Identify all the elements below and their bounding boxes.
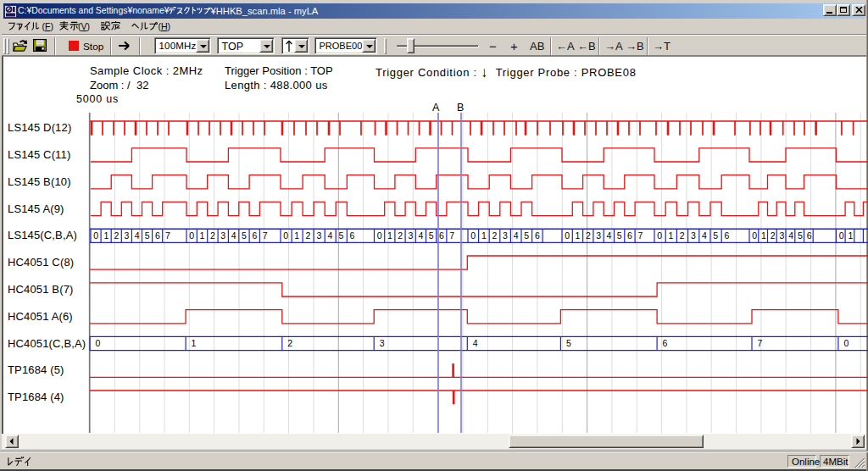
svg-text:1: 1: [200, 230, 205, 241]
svg-text:0: 0: [93, 230, 98, 241]
svg-text:5: 5: [524, 230, 529, 241]
svg-text:2: 2: [586, 230, 591, 241]
svg-text:3: 3: [380, 338, 385, 348]
svg-text:6: 6: [350, 230, 355, 241]
svg-text:4: 4: [473, 338, 478, 348]
svg-text:1: 1: [848, 230, 853, 241]
svg-text:HC4051(C,B,A): HC4051(C,B,A): [8, 337, 86, 350]
svg-text:4: 4: [702, 230, 707, 241]
svg-text:0: 0: [377, 230, 382, 241]
svg-text:5: 5: [798, 230, 803, 241]
svg-text:5: 5: [713, 230, 718, 241]
svg-text:3: 3: [125, 230, 130, 241]
svg-text:7: 7: [449, 230, 454, 241]
svg-text:5: 5: [617, 230, 622, 241]
svg-text:3: 3: [780, 230, 785, 241]
svg-text:TP1684 (4): TP1684 (4): [8, 391, 64, 403]
svg-text:6: 6: [439, 230, 444, 241]
svg-text:3: 3: [691, 230, 696, 241]
svg-text:4: 4: [135, 230, 140, 241]
svg-text:4: 4: [606, 230, 611, 241]
svg-text:1: 1: [294, 230, 299, 241]
svg-text:6: 6: [155, 230, 160, 241]
svg-text:LS145 A(9): LS145 A(9): [8, 202, 64, 215]
svg-text:3: 3: [503, 230, 508, 241]
svg-text:2: 2: [398, 230, 403, 241]
svg-text:LS145 C(11): LS145 C(11): [8, 148, 70, 161]
svg-text:0: 0: [839, 230, 844, 241]
svg-text:TP1684 (5): TP1684 (5): [8, 363, 64, 376]
svg-text:2: 2: [114, 230, 119, 241]
svg-text:6: 6: [807, 230, 812, 241]
svg-text:6: 6: [663, 338, 668, 348]
svg-text:4: 4: [514, 230, 519, 241]
svg-text:1: 1: [761, 230, 766, 241]
svg-text:0: 0: [283, 230, 288, 241]
svg-text:2: 2: [771, 230, 776, 241]
svg-text:HC4051 B(7): HC4051 B(7): [8, 283, 74, 296]
svg-text:1: 1: [481, 230, 487, 241]
svg-text:7: 7: [637, 230, 643, 241]
svg-text:3: 3: [316, 230, 321, 241]
svg-text:5: 5: [429, 230, 434, 241]
svg-text:LS145 D(12): LS145 D(12): [8, 121, 71, 134]
svg-text:5: 5: [338, 230, 343, 241]
svg-text:3: 3: [408, 230, 413, 241]
svg-text:4: 4: [788, 230, 793, 241]
svg-text:4: 4: [419, 230, 424, 241]
svg-text:0: 0: [565, 230, 570, 241]
svg-text:0: 0: [189, 230, 194, 241]
svg-text:1: 1: [103, 230, 108, 241]
svg-text:6: 6: [252, 230, 257, 241]
svg-text:5: 5: [566, 338, 571, 348]
svg-text:2: 2: [680, 230, 685, 241]
svg-text:4: 4: [231, 230, 236, 241]
svg-text:6: 6: [724, 230, 729, 241]
svg-text:7: 7: [758, 338, 763, 348]
svg-text:0: 0: [752, 230, 757, 241]
svg-text:LS145(C,B,A): LS145(C,B,A): [8, 229, 77, 241]
svg-text:5: 5: [145, 230, 150, 241]
svg-text:6: 6: [627, 230, 632, 241]
svg-text:0: 0: [657, 230, 662, 241]
svg-text:HC4051 C(8): HC4051 C(8): [8, 256, 74, 269]
svg-text:3: 3: [220, 230, 225, 241]
svg-text:3: 3: [596, 230, 601, 241]
svg-text:6: 6: [535, 230, 540, 241]
svg-text:0: 0: [843, 338, 849, 348]
svg-text:LS145 B(10): LS145 B(10): [8, 175, 71, 188]
svg-text:2: 2: [210, 230, 215, 241]
svg-text:1: 1: [576, 230, 581, 241]
svg-text:2: 2: [492, 230, 497, 241]
svg-text:7: 7: [263, 230, 268, 241]
svg-text:0: 0: [470, 230, 476, 241]
svg-text:1: 1: [192, 338, 197, 348]
svg-text:4: 4: [327, 230, 332, 241]
svg-text:7: 7: [165, 230, 170, 241]
svg-text:1: 1: [668, 230, 673, 241]
svg-text:5: 5: [242, 230, 247, 241]
svg-text:HC4051 A(6): HC4051 A(6): [8, 310, 73, 323]
svg-text:2: 2: [287, 338, 292, 348]
svg-text:2: 2: [305, 230, 310, 241]
svg-text:1: 1: [387, 230, 392, 241]
svg-text:0: 0: [96, 338, 101, 348]
